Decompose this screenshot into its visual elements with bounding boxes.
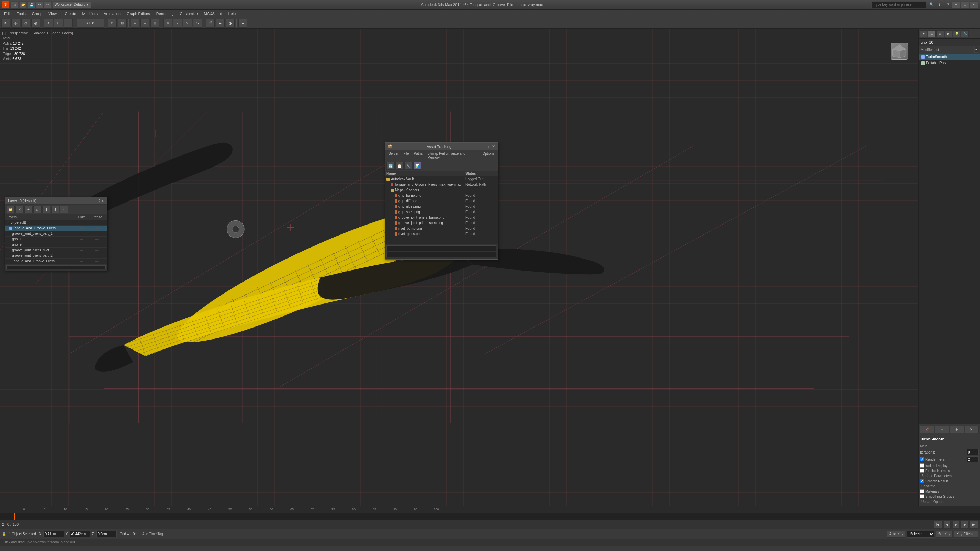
display-tab-btn[interactable]: 💡 xyxy=(953,30,961,37)
asset-row[interactable]: Autodesk Vault Logged Out ... xyxy=(385,176,498,182)
asset-min-btn[interactable]: − xyxy=(485,144,487,149)
asset-tool-3[interactable]: 🔧 xyxy=(404,162,412,170)
layer-tool-7[interactable]: ↔ xyxy=(60,206,68,213)
mirror-btn[interactable]: ⇔ xyxy=(130,19,140,28)
asset-menu-options[interactable]: Options xyxy=(480,151,496,160)
make-unique-btn[interactable]: ⊕ xyxy=(950,426,964,433)
modifier-list-dropdown[interactable]: ▼ xyxy=(974,47,978,52)
help-icon-btn[interactable]: ? xyxy=(944,2,952,8)
asset-row[interactable]: grip_diff.png Found xyxy=(385,198,498,204)
y-input[interactable] xyxy=(70,531,90,537)
menu-views[interactable]: Views xyxy=(46,10,61,17)
snap-btn[interactable]: ⊕ xyxy=(163,19,172,28)
go-start-btn[interactable]: |◀ xyxy=(934,521,942,528)
workspace-dropdown[interactable]: Workspace: Default ▼ xyxy=(53,2,91,8)
z-input[interactable] xyxy=(96,531,117,537)
iterations-input[interactable] xyxy=(967,449,978,455)
asset-menu-server[interactable]: Server xyxy=(387,151,401,160)
frame-bar[interactable] xyxy=(0,513,980,519)
info-icon-btn[interactable]: ℹ xyxy=(936,2,943,8)
close-button[interactable]: ✕ xyxy=(970,2,978,8)
modifier-turbosmooth[interactable]: TurboSmooth xyxy=(918,54,980,60)
menu-graph-editors[interactable]: Graph Editors xyxy=(124,10,153,17)
utilities-tab-btn[interactable]: 🔧 xyxy=(961,30,969,37)
select-region-btn[interactable]: □ xyxy=(108,19,117,28)
asset-close-btn[interactable]: ✕ xyxy=(492,144,495,149)
modifier-editable-poly[interactable]: Editable Poly xyxy=(918,60,980,66)
new-btn[interactable]: □ xyxy=(11,2,19,8)
layer-tool-3[interactable]: + xyxy=(24,206,33,213)
asset-menu-bitmap[interactable]: Bitmap Performance and Memory xyxy=(425,151,479,160)
hierarchy-tab-btn[interactable]: ⊕ xyxy=(936,30,944,37)
asset-row[interactable]: grip_spec.png Found xyxy=(385,210,498,215)
asset-tool-1[interactable]: 🔄 xyxy=(387,162,395,170)
menu-help[interactable]: Help xyxy=(225,10,239,17)
bind-btn[interactable]: ○ xyxy=(64,19,73,28)
isoline-checkbox[interactable] xyxy=(920,464,924,468)
scale-btn[interactable]: ⊕ xyxy=(31,19,40,28)
layer-tool-1[interactable]: 📁 xyxy=(6,206,15,213)
menu-rendering[interactable]: Rendering xyxy=(154,10,177,17)
undo-btn[interactable]: ↩ xyxy=(36,2,43,8)
asset-max-btn[interactable]: □ xyxy=(488,144,491,149)
menu-animation[interactable]: Animation xyxy=(101,10,123,17)
menu-tools[interactable]: Tools xyxy=(14,10,29,17)
asset-row[interactable]: Maps / Shaders xyxy=(385,187,498,193)
layer-item[interactable]: grip_10 — — xyxy=(5,237,107,242)
asset-row[interactable]: groove_joint_pliers_spec.png Found xyxy=(385,221,498,226)
toggle-grid-btn[interactable]: ⊞ xyxy=(150,19,159,28)
layer-item[interactable]: ✓ 0 (default) — — xyxy=(5,220,107,225)
next-frame-btn[interactable]: ▶ xyxy=(961,521,969,528)
layer-tool-2[interactable]: ✕ xyxy=(16,206,24,213)
menu-group[interactable]: Group xyxy=(29,10,45,17)
asset-menu-paths[interactable]: Paths xyxy=(412,151,425,160)
asset-tool-2[interactable]: 📋 xyxy=(395,162,404,170)
align-btn[interactable]: ⊨ xyxy=(140,19,150,28)
asset-row[interactable]: grip_gloss.png Found xyxy=(385,204,498,210)
select-filter-btn[interactable]: All ▼ xyxy=(76,19,104,28)
open-btn[interactable]: 📂 xyxy=(19,2,27,8)
menu-modifiers[interactable]: Modifiers xyxy=(80,10,100,17)
angle-snap-btn[interactable]: ∠ xyxy=(173,19,182,28)
layer-panel-close-btn[interactable]: ✕ xyxy=(101,199,104,203)
render-iters-input[interactable] xyxy=(967,456,978,462)
layer-item[interactable]: groove_joint_pliers_part_1 — — xyxy=(5,231,107,237)
search-icon-btn[interactable]: 🔍 xyxy=(928,2,935,8)
rotate-btn[interactable]: ↻ xyxy=(21,19,30,28)
asset-row[interactable]: rivet_gloss.png Found xyxy=(385,231,498,237)
layer-tool-5[interactable]: ⬆ xyxy=(42,206,51,213)
layer-tool-4[interactable]: □ xyxy=(33,206,41,213)
redo-btn[interactable]: ↪ xyxy=(44,2,51,8)
select-btn[interactable]: ↖ xyxy=(2,19,10,28)
key-filters-btn[interactable]: Key Filters... xyxy=(954,531,978,538)
menu-create[interactable]: Create xyxy=(62,10,79,17)
menu-maxscript[interactable]: MAXScript xyxy=(201,10,225,17)
maximize-button[interactable]: □ xyxy=(961,2,969,8)
key-mode-select[interactable]: Selected xyxy=(907,531,934,538)
pin-stack-btn[interactable]: 📌 xyxy=(920,426,934,433)
layer-tool-6[interactable]: ⬇ xyxy=(51,206,59,213)
search-input[interactable] xyxy=(872,2,926,8)
materials-checkbox[interactable] xyxy=(920,489,924,493)
asset-row[interactable]: rivet_bump.png Found xyxy=(385,226,498,231)
play-btn[interactable]: ▶ xyxy=(952,521,960,528)
asset-menu-file[interactable]: File xyxy=(401,151,411,160)
spinner-snap-btn[interactable]: S xyxy=(193,19,202,28)
prev-frame-btn[interactable]: ◀ xyxy=(943,521,951,528)
go-end-btn[interactable]: ▶| xyxy=(970,521,978,528)
asset-row[interactable]: groove_joint_pliers_bump.png Found xyxy=(385,215,498,221)
minimize-button[interactable]: − xyxy=(952,2,960,8)
link-btn[interactable]: ⇗ xyxy=(44,19,53,28)
asset-row[interactable]: grip_bump.png Found xyxy=(385,193,498,198)
move-btn[interactable]: ✛ xyxy=(11,19,20,28)
menu-customize[interactable]: Customize xyxy=(177,10,200,17)
layer-item[interactable]: grip_9 — — xyxy=(5,242,107,248)
modify-tab-btn[interactable]: ⊙ xyxy=(928,30,936,37)
smooth-result-checkbox[interactable] xyxy=(920,479,924,483)
create-tab-btn[interactable]: ✦ xyxy=(920,30,928,37)
add-time-tag-btn[interactable]: Add Time Tag xyxy=(142,532,163,536)
auto-key-btn[interactable]: Auto Key xyxy=(887,531,906,538)
layer-item[interactable]: groove_joint_pliers_rivet — — xyxy=(5,248,107,253)
set-key-btn[interactable]: Set Key xyxy=(936,531,953,538)
render-iters-checkbox[interactable] xyxy=(920,457,924,461)
